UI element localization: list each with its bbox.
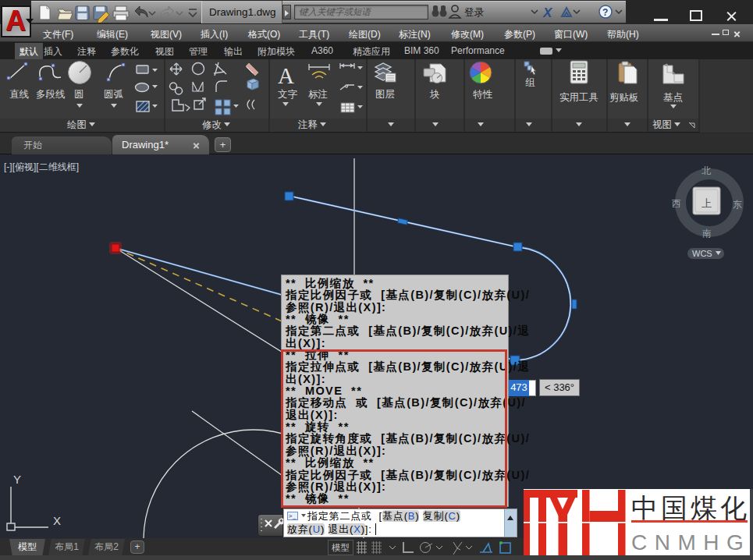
svg-text:西: 西	[672, 198, 681, 209]
svg-text:CNMHG: CNMHG	[631, 530, 751, 555]
svg-text:块: 块	[429, 89, 440, 100]
svg-text:直线: 直线	[9, 89, 29, 100]
svg-text:A: A	[278, 63, 294, 88]
svg-text:剪贴板: 剪贴板	[609, 92, 639, 103]
svg-text:注释: 注释	[297, 119, 318, 130]
svg-text:WCS: WCS	[692, 249, 712, 258]
svg-text:文字: 文字	[278, 89, 298, 100]
svg-text:圆: 圆	[74, 89, 84, 100]
svg-text:Y: Y	[13, 473, 21, 486]
svg-text:上: 上	[701, 197, 712, 209]
svg-text:实用工具: 实用工具	[559, 92, 598, 103]
svg-text:X: X	[542, 5, 553, 20]
svg-text:登录: 登录	[464, 7, 485, 18]
svg-text:南: 南	[702, 228, 712, 239]
svg-text:中国煤化工: 中国煤化工	[631, 493, 753, 523]
svg-text:北: 北	[701, 165, 711, 176]
svg-text:基点: 基点	[663, 92, 683, 103]
svg-text:标注: 标注	[308, 89, 328, 100]
svg-text:组: 组	[525, 77, 535, 88]
svg-text:X: X	[53, 514, 61, 527]
svg-text:东: 东	[733, 199, 742, 210]
svg-text:多段线: 多段线	[36, 89, 66, 100]
svg-text:圆弧: 圆弧	[104, 89, 124, 100]
svg-text:绘图: 绘图	[67, 119, 87, 130]
svg-text:?: ?	[602, 7, 608, 18]
svg-text:修改: 修改	[202, 119, 222, 130]
svg-text:特性: 特性	[473, 89, 493, 100]
svg-text:视图: 视图	[652, 119, 672, 130]
svg-text:图层: 图层	[375, 89, 395, 100]
